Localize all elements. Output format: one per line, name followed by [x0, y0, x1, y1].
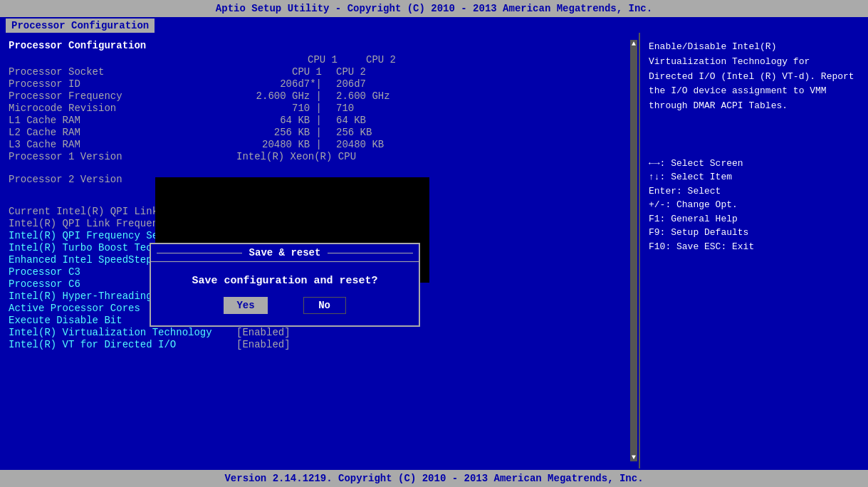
key-help-section: ←→: Select Screen ↑↓: Select Item Enter:…	[649, 157, 859, 254]
key-label-5: F1: General Help	[649, 214, 738, 224]
proc-freq-row: Processor Frequency 2.600 GHz | 2.600 GH…	[9, 90, 630, 102]
proc-freq-cpu2: 2.600 GHz	[336, 90, 390, 102]
proc-socket-label: Processor Socket	[9, 66, 222, 78]
l1-cache-label: L1 Cache RAM	[9, 115, 222, 126]
l2-cpu2: 256 KB	[336, 127, 372, 138]
l3-cache-row: L3 Cache RAM 20480 KB | 20480 KB	[9, 139, 630, 150]
key-label-7: F10: Save ESC: Exit	[649, 241, 754, 252]
microcode-cpu2: 710	[336, 103, 354, 114]
key-f1: F1: General Help	[649, 212, 859, 226]
footer-text: Version 2.14.1219. Copyright (C) 2010 - …	[224, 473, 643, 484]
microcode-row: Microcode Revision 710 | 710	[9, 103, 630, 114]
dialog-shadow: Save & reset Save configuration and rese…	[150, 172, 420, 327]
vtd-label[interactable]: Intel(R) VT for Directed I/O	[9, 339, 236, 350]
l2-cache-label: L2 Cache RAM	[9, 127, 222, 138]
proc-id-cpu1: 206d7*|	[236, 78, 322, 90]
dialog-message: Save configuration and reset?	[151, 262, 419, 297]
vtd-row: Intel(R) VT for Directed I/O [Enabled]	[9, 339, 630, 350]
header-title: Aptio Setup Utility - Copyright (C) 2010…	[216, 3, 652, 14]
tab-bar: Processor Configuration	[0, 17, 868, 33]
title-line-right	[328, 253, 413, 253]
cpu-header-row: CPU 1 CPU 2	[9, 54, 630, 66]
microcode-label: Microcode Revision	[9, 103, 222, 114]
title-line-left	[157, 253, 242, 253]
proc1-version-label: Processor 1 Version	[9, 151, 222, 162]
vtd-value: [Enabled]	[236, 339, 291, 350]
cpu-header-blank	[9, 54, 222, 66]
key-change-opt: +/-: Change Opt.	[649, 198, 859, 212]
key-f9: F9: Setup Defaults	[649, 226, 859, 240]
proc-id-label: Processor ID	[9, 78, 222, 90]
dialog-title-bar: Save & reset	[151, 244, 419, 262]
l2-cache-row: L2 Cache RAM 256 KB | 256 KB	[9, 127, 630, 138]
proc-freq-cpu1: 2.600 GHz |	[236, 90, 322, 102]
help-text: Enable/Disable Intel(R) Virtualization T…	[649, 40, 859, 114]
dialog-title: Save & reset	[249, 247, 321, 258]
key-f10: F10: Save ESC: Exit	[649, 240, 859, 254]
vt-label[interactable]: Intel(R) Virtualization Technology	[9, 327, 236, 338]
proc1-version-row: Processor 1 Version Intel(R) Xeon(R) CPU	[9, 151, 630, 162]
microcode-cpu1: 710 |	[236, 103, 322, 114]
dialog-no-button[interactable]: No	[303, 297, 346, 314]
proc-socket-cpu1: CPU 1	[236, 66, 322, 78]
proc-freq-label: Processor Frequency	[9, 90, 222, 102]
footer-bar: Version 2.14.1219. Copyright (C) 2010 - …	[0, 470, 868, 487]
l3-cpu1: 20480 KB |	[236, 139, 322, 150]
l3-cpu2: 20480 KB	[336, 139, 384, 150]
l1-cpu2: 64 KB	[336, 115, 366, 126]
cpu2-header: CPU 2	[366, 54, 396, 66]
proc1-version-value: Intel(R) Xeon(R) CPU	[236, 151, 356, 162]
key-label-6: F9: Setup Defaults	[649, 227, 748, 238]
scroll-down-icon: ▼	[632, 454, 636, 461]
proc-id-cpu2: 206d7	[336, 78, 366, 90]
key-label-1: ←→: Select Screen	[649, 158, 743, 169]
main-area: Processor Configuration CPU 1 CPU 2 Proc…	[0, 33, 868, 468]
save-reset-dialog: Save & reset Save configuration and rese…	[150, 243, 420, 327]
header-bar: Aptio Setup Utility - Copyright (C) 2010…	[0, 0, 868, 17]
key-label-2: ↑↓: Select Item	[649, 172, 732, 182]
active-tab[interactable]: Processor Configuration	[6, 19, 155, 33]
key-select-screen: ←→: Select Screen	[649, 157, 859, 171]
right-panel: Enable/Disable Intel(R) Virtualization T…	[640, 33, 868, 468]
vt-value: [Enabled]	[236, 327, 291, 338]
proc-socket-row: Processor Socket CPU 1 CPU 2	[9, 66, 630, 78]
scroll-up-icon: ▲	[632, 40, 636, 48]
key-label-3: Enter: Select	[649, 186, 721, 197]
l1-cpu1: 64 KB |	[236, 115, 322, 126]
dialog-button-row: Yes No	[151, 297, 419, 325]
vt-row: Intel(R) Virtualization Technology [Enab…	[9, 327, 630, 338]
l3-cache-label: L3 Cache RAM	[9, 139, 222, 150]
key-label-4: +/-: Change Opt.	[649, 199, 738, 210]
section-title: Processor Configuration	[9, 40, 630, 51]
left-panel: Processor Configuration CPU 1 CPU 2 Proc…	[0, 33, 640, 468]
cpu1-header: CPU 1	[308, 54, 338, 66]
l1-cache-row: L1 Cache RAM 64 KB | 64 KB	[9, 115, 630, 126]
scroll-bar: ▲ ▼	[630, 40, 637, 461]
proc-id-row: Processor ID 206d7*| 206d7	[9, 78, 630, 90]
dialog-yes-button[interactable]: Yes	[224, 297, 267, 314]
l2-cpu1: 256 KB |	[236, 127, 322, 138]
key-select-item: ↑↓: Select Item	[649, 170, 859, 184]
key-enter: Enter: Select	[649, 184, 859, 199]
proc-socket-cpu2: CPU 2	[336, 66, 366, 78]
